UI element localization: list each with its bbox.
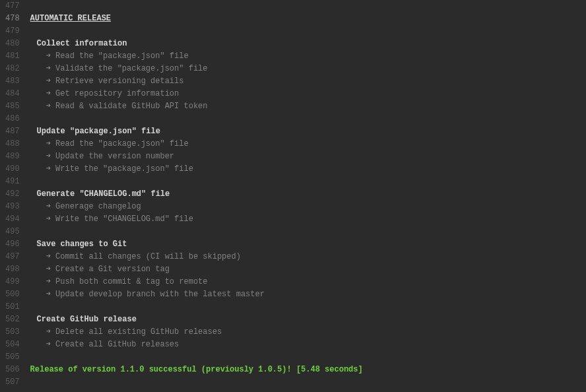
line-number-gutter: 4774784794804814824834844854864874884894… [0,0,28,392]
section-heading-line: Generate "CHANGELOG.md" file [30,188,586,201]
arrow-icon: ➜ [46,152,51,161]
step-text: Read the "package.json" file [51,51,189,61]
step-line: ➜ Update develop branch with the latest … [30,288,586,301]
line-number: 484 [5,88,20,100]
step-line: ➜ Push both commit & tag to remote [30,276,586,288]
arrow-icon: ➜ [46,51,51,61]
line-number: 491 [5,176,20,188]
line-number: 488 [5,138,20,150]
line-number: 497 [5,251,20,263]
arrow-icon: ➜ [46,252,51,261]
code-area[interactable]: AUTOMATIC RELEASECollect information➜ Re… [28,0,586,392]
code-line [30,351,586,364]
arrow-icon: ➜ [46,214,51,224]
arrow-icon: ➜ [46,102,51,111]
arrow-icon: ➜ [46,139,51,148]
line-number: 483 [5,75,20,88]
step-text: Update develop branch with the latest ma… [51,290,265,299]
section-heading: Create GitHub release [30,315,137,324]
arrow-icon: ➜ [46,89,51,98]
line-number: 477 [5,0,20,13]
step-line: ➜ Commit all changes (CI will be skipped… [30,251,586,263]
line-number: 501 [5,301,20,313]
step-line: ➜ Get repository information [30,88,586,100]
line-number: 478 [5,13,20,25]
line-number: 480 [5,38,20,50]
line-number: 507 [5,376,20,389]
line-number: 503 [5,326,20,339]
arrow-icon: ➜ [46,327,51,337]
section-heading: Save changes to Git [30,240,127,249]
step-line: ➜ Create a Git version tag [30,263,586,276]
line-number: 504 [5,339,20,351]
step-text: Write the "CHANGELOG.md" file [51,214,193,224]
line-number: 506 [5,364,20,376]
line-number: 492 [5,188,20,201]
line-number: 490 [5,163,20,176]
code-line [30,226,586,238]
section-heading-line: Create GitHub release [30,313,586,326]
step-line: ➜ Read the "package.json" file [30,138,586,150]
success-message: Release of version 1.1.0 successful (pre… [30,365,363,374]
line-number: 487 [5,125,20,138]
line-number: 489 [5,150,20,163]
line-number: 485 [5,100,20,113]
step-line: ➜ Create all GitHub releases [30,339,586,351]
line-number: 481 [5,50,20,63]
line-number: 505 [5,351,20,364]
line-number: 486 [5,113,20,125]
step-line: ➜ Update the version number [30,150,586,163]
arrow-icon: ➜ [46,277,51,286]
line-number: 499 [5,276,20,288]
code-line [30,113,586,125]
step-text: Write the "package.json" file [51,164,193,174]
line-number: 502 [5,313,20,326]
section-heading: Collect information [30,39,127,48]
code-editor[interactable]: 4774784794804814824834844854864874884894… [0,0,586,392]
step-text: Update the version number [51,152,174,161]
step-text: Push both commit & tag to remote [51,277,208,286]
step-line: ➜ Read the "package.json" file [30,50,586,63]
code-line [30,376,586,389]
arrow-icon: ➜ [46,164,51,174]
title-line: AUTOMATIC RELEASE [30,13,586,25]
section-heading: Generate "CHANGELOG.md" file [30,189,170,199]
code-line [30,301,586,313]
step-text: Read & validate GitHub API token [51,102,208,111]
arrow-icon: ➜ [46,290,51,299]
section-heading-line: Collect information [30,38,586,50]
arrow-icon: ➜ [46,77,51,86]
arrow-icon: ➜ [46,340,51,349]
line-number: 494 [5,213,20,226]
section-heading-line: Save changes to Git [30,238,586,251]
line-number: 482 [5,63,20,75]
step-text: Create all GitHub releases [51,340,179,349]
step-text: Commit all changes (CI will be skipped) [51,252,241,261]
code-line [30,176,586,188]
step-text: Get repository information [51,89,179,98]
release-title: AUTOMATIC RELEASE [30,14,111,23]
line-number: 479 [5,25,20,38]
line-number: 495 [5,226,20,238]
arrow-icon: ➜ [46,202,51,211]
step-text: Delete all existing GitHub releases [51,327,222,337]
code-line [30,25,586,38]
step-line: ➜ Validate the "package.json" file [30,63,586,75]
section-heading: Update "package.json" file [30,127,160,136]
step-line: ➜ Read & validate GitHub API token [30,100,586,113]
step-line: ➜ Delete all existing GitHub releases [30,326,586,339]
success-line: Release of version 1.1.0 successful (pre… [30,364,586,376]
code-line [30,0,586,13]
step-text: Retrieve versioning details [51,77,184,86]
section-heading-line: Update "package.json" file [30,125,586,138]
step-line: ➜ Generage changelog [30,201,586,213]
line-number: 496 [5,238,20,251]
line-number: 493 [5,201,20,213]
step-text: Create a Git version tag [51,265,170,274]
step-line: ➜ Write the "package.json" file [30,163,586,176]
arrow-icon: ➜ [46,265,51,274]
step-text: Read the "package.json" file [51,139,189,148]
step-line: ➜ Write the "CHANGELOG.md" file [30,213,586,226]
line-number: 498 [5,263,20,276]
step-text: Validate the "package.json" file [51,64,208,73]
